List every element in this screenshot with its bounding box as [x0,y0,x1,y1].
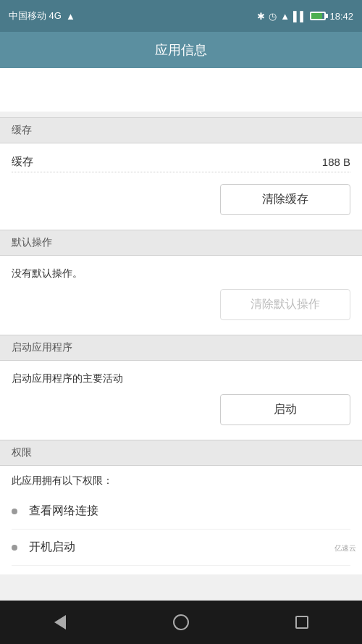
permissions-intro: 此应用拥有以下权限： [12,474,350,488]
permissions-body: 此应用拥有以下权限： 查看网络连接 开机启动 [0,466,362,574]
recent-button[interactable] [287,608,316,637]
default-section-header: 默认操作 [0,230,362,256]
launch-button[interactable]: 启动 [220,394,350,425]
permissions-section-header: 权限 [0,440,362,466]
status-bar: 中国移动 4G ▲ ✱ ◷ ▲ ▌▌ 18:42 [0,0,362,32]
content-wrapper: 缓存 缓存 188 B 清除缓存 默认操作 没有默认操作。 清除默认操作 [0,68,362,601]
cache-section-body: 缓存 188 B 清除缓存 [0,143,362,230]
cache-row: 缓存 188 B [12,152,350,172]
time-display: 18:42 [329,11,353,22]
cache-label: 缓存 [12,155,33,169]
top-space [0,68,362,112]
clear-default-button: 清除默认操作 [220,289,350,320]
permission-dot-1 [12,509,17,514]
signal-icon: ▲ [66,11,75,22]
alarm-icon: ◷ [269,11,277,22]
back-button[interactable] [46,608,75,637]
default-section: 默认操作 没有默认操作。 清除默认操作 [0,230,362,335]
clear-cache-container: 清除缓存 [12,181,350,221]
permission-dot-2 [12,545,17,551]
permission-label-1: 查看网络连接 [29,503,98,519]
default-section-body: 没有默认操作。 清除默认操作 [0,256,362,335]
carrier-text: 中国移动 4G [9,9,62,22]
launch-section-body: 启动应用程序的主要活动 启动 [0,361,362,440]
launch-section-header: 启动应用程序 [0,335,362,361]
launch-description: 启动应用程序的主要活动 [12,369,350,391]
battery-icon [310,12,326,20]
bottom-nav [0,601,362,644]
launch-section: 启动应用程序 启动应用程序的主要活动 启动 [0,335,362,440]
list-item: 查看网络连接 [12,493,350,530]
clear-cache-button[interactable]: 清除缓存 [220,184,350,215]
cache-section: 缓存 缓存 188 B 清除缓存 [0,117,362,230]
clear-default-container: 清除默认操作 [12,286,350,326]
watermark: 亿速云 [334,543,356,553]
status-right: ✱ ◷ ▲ ▌▌ 18:42 [257,11,353,22]
home-button[interactable] [167,608,195,637]
recent-square-icon [295,616,308,629]
cache-section-header: 缓存 [0,117,362,143]
back-arrow-icon [54,615,66,630]
wifi-icon: ▲ [280,11,290,22]
permission-label-2: 开机启动 [29,540,75,555]
no-default-text: 没有默认操作。 [12,264,350,286]
list-item: 开机启动 [12,530,350,566]
launch-button-container: 启动 [12,391,350,431]
status-left: 中国移动 4G ▲ [9,9,75,22]
title-bar: 应用信息 [0,32,362,68]
bluetooth-icon: ✱ [257,11,265,22]
signal-bars-icon: ▌▌ [293,11,306,22]
page-title: 应用信息 [155,41,207,59]
main-content: 缓存 缓存 188 B 清除缓存 默认操作 没有默认操作。 清除默认操作 [0,68,362,601]
cache-value: 188 B [322,156,350,168]
permissions-section: 权限 此应用拥有以下权限： 查看网络连接 开机启动 [0,440,362,574]
home-circle-icon [173,614,189,630]
